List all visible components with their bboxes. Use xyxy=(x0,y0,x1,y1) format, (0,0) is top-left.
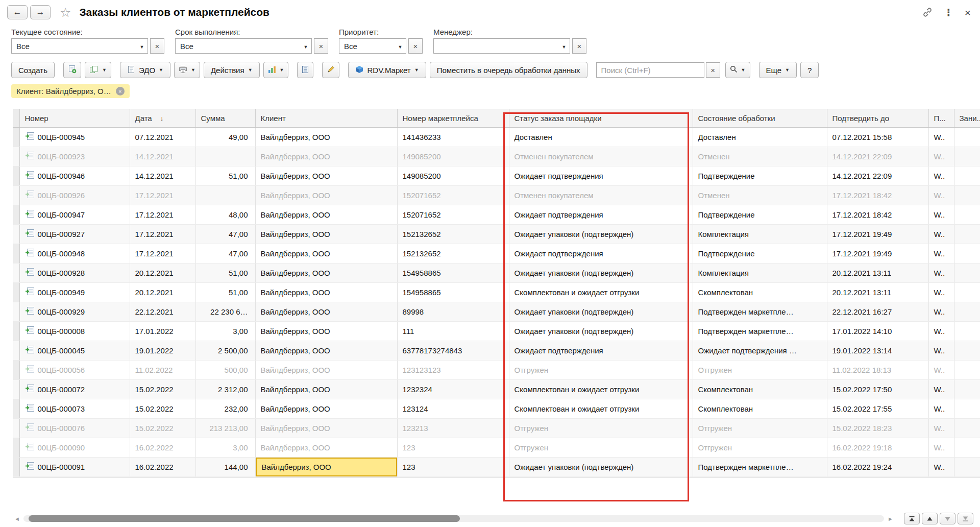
cell-z[interactable] xyxy=(954,438,980,457)
back-button[interactable]: ← xyxy=(7,5,28,19)
cell-z[interactable] xyxy=(954,185,980,205)
cell-confirm-until[interactable]: 11.02.2022 18:13 xyxy=(827,360,928,379)
cell-marketplace-status[interactable]: Отгружен xyxy=(509,418,693,438)
cell-p[interactable]: W.. xyxy=(928,244,954,263)
queue-processing-button[interactable]: Поместить в очередь обработки данных xyxy=(430,62,587,78)
cell-p[interactable]: W.. xyxy=(928,205,954,224)
chevron-down-icon[interactable]: ▼ xyxy=(136,41,148,51)
new-document-button[interactable] xyxy=(63,62,81,78)
cell-confirm-until[interactable]: 15.02.2022 17:55 xyxy=(827,399,928,418)
go-first-row-button[interactable] xyxy=(904,513,920,524)
cell-p[interactable]: W.. xyxy=(928,438,954,457)
cell-date[interactable]: 17.12.2021 xyxy=(130,185,195,205)
cell-z[interactable] xyxy=(954,147,980,166)
cell-sum[interactable]: 51,00 xyxy=(195,282,255,302)
cell-marketplace-number[interactable]: 123213 xyxy=(397,418,509,438)
cell-marketplace-number[interactable]: 123123123 xyxy=(397,360,509,379)
row-down-button[interactable] xyxy=(940,513,955,524)
cell-sum[interactable]: 500,00 xyxy=(195,360,255,379)
cell-confirm-until[interactable]: 14.12.2021 22:09 xyxy=(827,166,928,185)
cell-sum[interactable]: 49,00 xyxy=(195,127,255,147)
cell-sum[interactable]: 2 312,00 xyxy=(195,379,255,399)
cell-marketplace-number[interactable]: 152132652 xyxy=(397,224,509,244)
chevron-down-icon[interactable]: ▼ xyxy=(558,41,570,51)
cell-p[interactable]: W.. xyxy=(928,302,954,321)
cell-processing-state[interactable]: Скомплектован xyxy=(693,379,827,399)
table-row[interactable]: 00ЦБ-000008 17.01.2022 3,00 Вайлдберриз,… xyxy=(13,321,980,341)
cell-marketplace-number[interactable]: 123 xyxy=(397,438,509,457)
cell-processing-state[interactable]: Отменен xyxy=(693,147,827,166)
cell-p[interactable]: W.. xyxy=(928,418,954,438)
cell-date[interactable]: 20.12.2021 xyxy=(130,282,195,302)
cell-confirm-until[interactable]: 17.12.2021 18:42 xyxy=(827,185,928,205)
cell-processing-state[interactable]: Ожидает подтверждения … xyxy=(693,341,827,360)
cell-number[interactable]: 00ЦБ-000091 xyxy=(19,457,130,476)
clear-search-button[interactable]: × xyxy=(706,62,720,78)
cell-marketplace-number[interactable]: 154958865 xyxy=(397,282,509,302)
cell-client[interactable]: Вайлдберриз, ООО xyxy=(255,127,397,147)
cell-sum[interactable]: 47,00 xyxy=(195,224,255,244)
cell-date[interactable]: 14.12.2021 xyxy=(130,147,195,166)
cell-number[interactable]: 00ЦБ-000923 xyxy=(19,147,130,166)
cell-processing-state[interactable]: Подтверждение xyxy=(693,205,827,224)
column-header-processing-state[interactable]: Состояние обработки xyxy=(693,109,827,127)
rdv-market-button[interactable]: RDV.Маркет ▼ xyxy=(348,62,426,78)
cell-confirm-until[interactable]: 19.01.2022 13:14 xyxy=(827,341,928,360)
link-icon[interactable] xyxy=(922,7,933,17)
chevron-down-icon[interactable]: ▼ xyxy=(300,41,311,51)
cell-client[interactable]: Вайлдберриз, ООО xyxy=(255,205,397,224)
cell-marketplace-number[interactable]: 141436233 xyxy=(397,127,509,147)
cell-processing-state[interactable]: Подтвержден маркетпле… xyxy=(693,457,827,476)
cell-client[interactable]: Вайлдберриз, ООО xyxy=(255,244,397,263)
table-row[interactable]: 00ЦБ-000929 22.12.2021 22 230 6… Вайлдбе… xyxy=(13,302,980,321)
cell-sum[interactable]: 232,00 xyxy=(195,399,255,418)
cell-client[interactable]: Вайлдберриз, ООО xyxy=(255,282,397,302)
cell-marketplace-number[interactable]: 152132652 xyxy=(397,244,509,263)
cell-date[interactable]: 17.12.2021 xyxy=(130,244,195,263)
cell-number[interactable]: 00ЦБ-000947 xyxy=(19,205,130,224)
cell-date[interactable]: 11.02.2022 xyxy=(130,360,195,379)
cell-marketplace-number[interactable]: 149085200 xyxy=(397,147,509,166)
cell-confirm-until[interactable]: 15.02.2022 17:50 xyxy=(827,379,928,399)
table-row[interactable]: 00ЦБ-000928 20.12.2021 51,00 Вайлдберриз… xyxy=(13,263,980,282)
table-row[interactable]: 00ЦБ-000949 20.12.2021 51,00 Вайлдберриз… xyxy=(13,282,980,302)
close-window-icon[interactable]: × xyxy=(965,7,971,18)
cell-z[interactable] xyxy=(954,244,980,263)
cell-number[interactable]: 00ЦБ-000008 xyxy=(19,321,130,341)
cell-marketplace-status[interactable]: Ожидает упаковки (подтвержден) xyxy=(509,457,693,476)
table-row[interactable]: 00ЦБ-000948 17.12.2021 47,00 Вайлдберриз… xyxy=(13,244,980,263)
cell-client[interactable]: Вайлдберриз, ООО xyxy=(255,185,397,205)
cell-date[interactable]: 16.02.2022 xyxy=(130,457,195,476)
cell-date[interactable]: 16.02.2022 xyxy=(130,438,195,457)
cell-p[interactable]: W.. xyxy=(928,224,954,244)
cell-marketplace-status[interactable]: Ожидает подтверждения xyxy=(509,166,693,185)
cell-client[interactable]: Вайлдберриз, ООО xyxy=(255,166,397,185)
cell-date[interactable]: 17.01.2022 xyxy=(130,321,195,341)
cell-z[interactable] xyxy=(954,360,980,379)
cell-processing-state[interactable]: Подтвержден маркетпле… xyxy=(693,302,827,321)
customize-list-button[interactable] xyxy=(322,62,339,78)
cell-confirm-until[interactable]: 17.12.2021 19:49 xyxy=(827,244,928,263)
cell-confirm-until[interactable]: 14.12.2021 22:09 xyxy=(827,147,928,166)
cell-p[interactable]: W.. xyxy=(928,185,954,205)
remove-filter-icon[interactable]: × xyxy=(116,87,125,95)
cell-z[interactable] xyxy=(954,302,980,321)
cell-sum[interactable]: 48,00 xyxy=(195,205,255,224)
cell-marketplace-status[interactable]: Ожидает упаковки (подтвержден) xyxy=(509,224,693,244)
cell-client[interactable]: Вайлдберриз, ООО xyxy=(255,418,397,438)
cell-processing-state[interactable]: Подтверждение xyxy=(693,244,827,263)
cell-date[interactable]: 14.12.2021 xyxy=(130,166,195,185)
cell-client[interactable]: Вайлдберриз, ООО xyxy=(255,438,397,457)
cell-number[interactable]: 00ЦБ-000090 xyxy=(19,438,130,457)
cell-client[interactable]: Вайлдберриз, ООО xyxy=(255,379,397,399)
scroll-left-icon[interactable]: ◄ xyxy=(14,516,20,522)
cell-number[interactable]: 00ЦБ-000949 xyxy=(19,282,130,302)
cell-number[interactable]: 00ЦБ-000928 xyxy=(19,263,130,282)
search-input[interactable] xyxy=(596,62,704,78)
help-button[interactable]: ? xyxy=(800,62,819,78)
cell-processing-state[interactable]: Отгружен xyxy=(693,360,827,379)
cell-number[interactable]: 00ЦБ-000072 xyxy=(19,379,130,399)
cell-client[interactable]: Вайлдберриз, ООО xyxy=(255,224,397,244)
cell-confirm-until[interactable]: 17.01.2022 14:10 xyxy=(827,321,928,341)
cell-client[interactable]: Вайлдберриз, ООО xyxy=(255,321,397,341)
